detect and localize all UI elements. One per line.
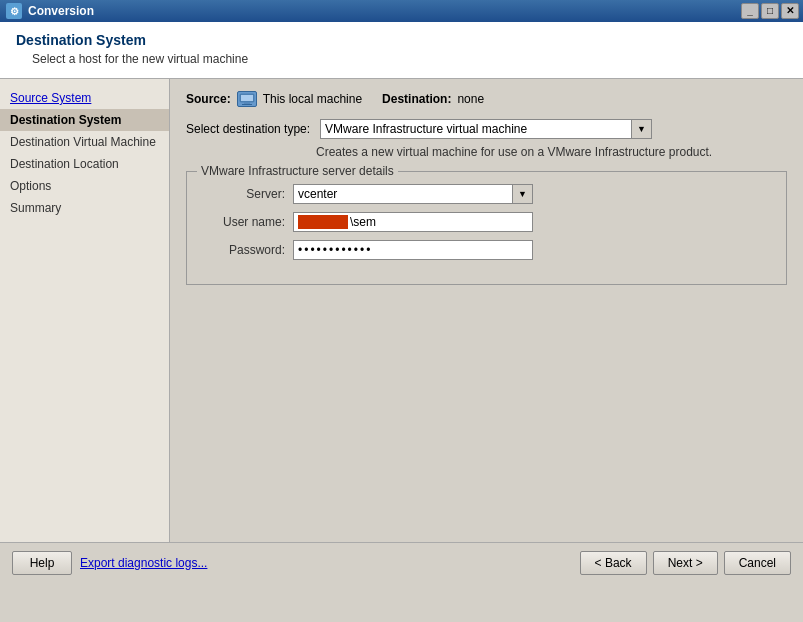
sidebar: Source System Destination System Destina… [0,79,170,542]
close-button[interactable]: ✕ [781,3,799,19]
sidebar-item-options[interactable]: Options [0,175,169,197]
sidebar-item-summary[interactable]: Summary [0,197,169,219]
server-label: Server: [203,187,293,201]
next-button[interactable]: Next > [653,551,718,575]
app-icon: ⚙ [6,3,22,19]
maximize-button[interactable]: □ [761,3,779,19]
header-section: Destination System Select a host for the… [0,22,803,79]
dest-label: Destination: [382,92,451,106]
username-field-container: \sem [293,212,533,232]
server-input[interactable] [294,185,512,203]
server-combo[interactable]: ▼ [293,184,533,204]
window-title: Conversion [28,4,94,18]
info-bar: Source: This local machine Destination: … [186,91,787,107]
destination-type-select[interactable]: VMware Infrastructure virtual machine [321,120,631,138]
sidebar-item-destination-location[interactable]: Destination Location [0,153,169,175]
vmware-server-details-group: VMware Infrastructure server details Ser… [186,171,787,285]
password-input[interactable] [293,240,533,260]
dest-value: none [457,92,484,106]
source-label: Source: [186,92,231,106]
select-dest-combo[interactable]: VMware Infrastructure virtual machine ▼ [320,119,652,139]
footer: Help Export diagnostic logs... < Back Ne… [0,542,803,582]
main-window: Destination System Select a host for the… [0,22,803,582]
source-info: Source: This local machine [186,91,362,107]
help-button[interactable]: Help [12,551,72,575]
server-row: Server: ▼ [203,184,770,204]
group-box-legend: VMware Infrastructure server details [197,164,398,178]
select-dest-row: Select destination type: VMware Infrastr… [186,119,787,139]
chevron-down-icon[interactable]: ▼ [631,120,651,138]
footer-right: < Back Next > Cancel [580,551,791,575]
cancel-button[interactable]: Cancel [724,551,791,575]
redacted-domain [298,215,348,229]
export-logs-button[interactable]: Export diagnostic logs... [80,556,207,570]
username-suffix: \sem [350,215,376,229]
username-label: User name: [203,215,293,229]
right-panel: Source: This local machine Destination: … [170,79,803,542]
password-label: Password: [203,243,293,257]
svg-rect-2 [242,104,252,105]
destination-description: Creates a new virtual machine for use on… [316,145,787,159]
server-dropdown-arrow[interactable]: ▼ [512,185,532,203]
sidebar-item-source-system[interactable]: Source System [0,87,169,109]
source-icon [237,91,257,107]
select-dest-label: Select destination type: [186,122,310,136]
title-bar-left: ⚙ Conversion [6,3,94,19]
svg-rect-1 [244,102,250,104]
sidebar-item-destination-vm[interactable]: Destination Virtual Machine [0,131,169,153]
footer-left: Help Export diagnostic logs... [12,551,207,575]
sidebar-item-destination-system[interactable]: Destination System [0,109,169,131]
page-subtitle: Select a host for the new virtual machin… [32,52,787,66]
title-bar-controls: _ □ ✕ [741,3,799,19]
dest-info: Destination: none [382,92,484,106]
back-button[interactable]: < Back [580,551,647,575]
password-row: Password: [203,240,770,260]
page-title: Destination System [16,32,787,48]
username-row: User name: \sem [203,212,770,232]
source-value: This local machine [263,92,362,106]
content-area: Source System Destination System Destina… [0,79,803,542]
title-bar: ⚙ Conversion _ □ ✕ [0,0,803,22]
minimize-button[interactable]: _ [741,3,759,19]
svg-rect-3 [241,95,253,101]
